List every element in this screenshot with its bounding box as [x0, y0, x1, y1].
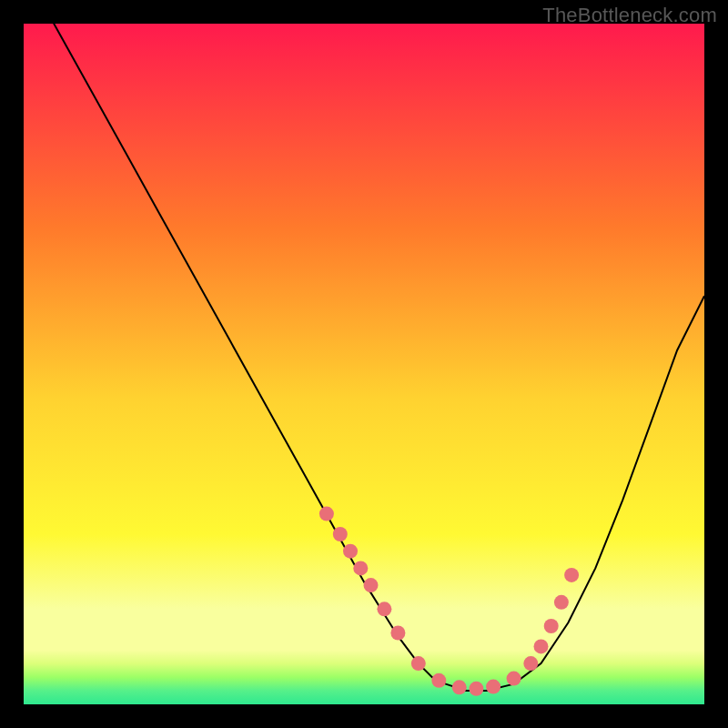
- marker-dot: [554, 595, 569, 610]
- marker-dot: [534, 639, 549, 653]
- watermark-text: TheBottleneck.com: [542, 4, 717, 27]
- marker-dot: [486, 680, 500, 694]
- plot-area: [24, 24, 704, 704]
- marker-dot: [333, 527, 348, 541]
- marker-dot: [377, 602, 391, 616]
- marker-dot: [411, 656, 426, 671]
- chart-frame: TheBottleneck.com: [0, 0, 728, 728]
- marker-dot: [544, 619, 559, 633]
- marker-dot: [564, 568, 579, 582]
- chart-svg: [24, 24, 704, 704]
- gradient-background: [24, 24, 704, 704]
- marker-dot: [431, 673, 446, 688]
- marker-dot: [523, 656, 538, 671]
- marker-dot: [319, 507, 334, 521]
- marker-dot: [343, 544, 358, 559]
- marker-dot: [452, 680, 467, 694]
- marker-dot: [353, 561, 368, 575]
- marker-dot: [469, 682, 483, 696]
- marker-dot: [507, 672, 521, 686]
- marker-dot: [390, 626, 405, 641]
- marker-dot: [364, 578, 379, 592]
